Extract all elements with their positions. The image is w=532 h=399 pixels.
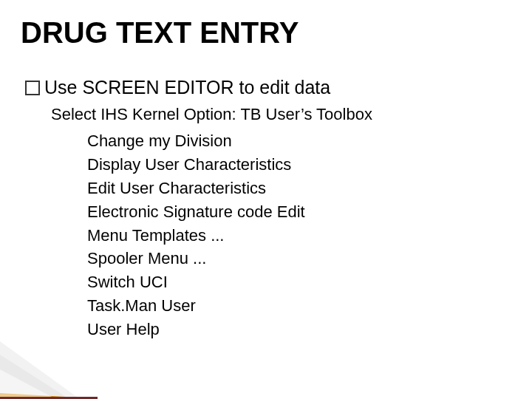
list-item: Spooler Menu ... xyxy=(87,247,305,270)
list-item: Task.Man User xyxy=(87,294,305,318)
square-bullet-icon xyxy=(25,81,40,95)
bullet-row: Use SCREEN EDITOR to edit data xyxy=(25,75,330,100)
list-item: Display User Characteristics xyxy=(87,153,305,177)
bullet-text: Use SCREEN EDITOR to edit data xyxy=(44,75,330,100)
list-item: Change my Division xyxy=(87,129,305,153)
list-item: Switch UCI xyxy=(87,270,305,294)
svg-marker-4 xyxy=(0,369,52,397)
list-item: Menu Templates ... xyxy=(87,224,305,248)
svg-marker-1 xyxy=(0,355,69,399)
sub-line: Select IHS Kernel Option: TB User’s Tool… xyxy=(51,105,372,124)
slide: DRUG TEXT ENTRY Use SCREEN EDITOR to edi… xyxy=(0,0,532,399)
svg-marker-3 xyxy=(0,393,65,397)
list-item: Electronic Signature code Edit xyxy=(87,200,305,224)
slide-title: DRUG TEXT ENTRY xyxy=(21,16,299,50)
menu-list: Change my Division Display User Characte… xyxy=(87,129,305,341)
list-item: Edit User Characteristics xyxy=(87,177,305,200)
list-item: User Help xyxy=(87,318,305,341)
svg-marker-0 xyxy=(0,341,80,399)
